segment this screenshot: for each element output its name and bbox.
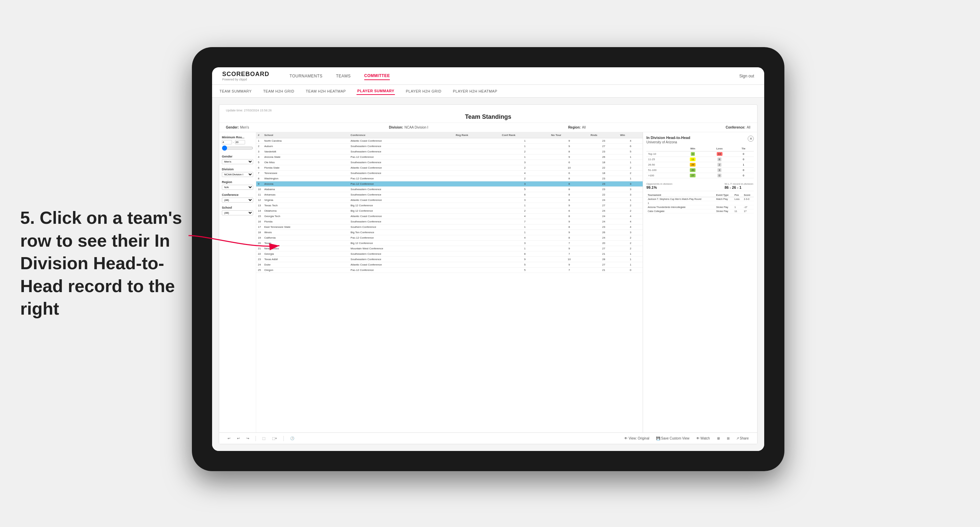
- table-row[interactable]: 14 Oklahoma Big 12 Conference 2 6 24 2: [256, 208, 643, 214]
- cell-no-tour: 8: [549, 149, 589, 154]
- cell-no-tour: 8: [549, 198, 589, 203]
- sidebar-gender-select[interactable]: Men's: [222, 159, 253, 164]
- min-rounds-section: Minimum Rou... -: [222, 136, 253, 151]
- table-row[interactable]: 6 Florida State Atlantic Coast Conferenc…: [256, 165, 643, 171]
- table-row[interactable]: 10 Alabama Southeastern Conference 5 8 2…: [256, 187, 643, 192]
- cell-win: 2: [619, 208, 643, 214]
- save-custom-button[interactable]: 💾 Save Custom View: [654, 436, 691, 441]
- table-row[interactable]: 12 Virginia Atlantic Coast Conference 3 …: [256, 198, 643, 203]
- cell-no-tour: 7: [549, 241, 589, 246]
- sub-nav-player-h2h-heatmap[interactable]: PLAYER H2H HEATMAP: [452, 88, 498, 95]
- clock-button[interactable]: 🕐: [288, 436, 296, 441]
- table-row[interactable]: 16 Florida Southeastern Conference 7 9 2…: [256, 219, 643, 224]
- sub-nav-team-h2h-heatmap[interactable]: TEAM H2H HEATMAP: [305, 88, 347, 95]
- paste-button[interactable]: ⬚+: [270, 436, 279, 441]
- share-button[interactable]: ↗ Share: [735, 436, 750, 441]
- min-rounds-min-input[interactable]: [222, 140, 232, 144]
- cell-no-tour: 8: [549, 235, 589, 241]
- nav-committee[interactable]: COMMITTEE: [364, 72, 390, 80]
- cell-school: Duke: [262, 262, 349, 268]
- sidebar-division-select[interactable]: NCAA Division I: [222, 172, 253, 177]
- cell-school: Arizona State: [262, 154, 349, 160]
- table-row[interactable]: 4 Arizona State Pac-12 Conference 1 9 26…: [256, 154, 643, 160]
- cell-school: North Carolina: [262, 138, 349, 144]
- cell-conference: Pac-12 Conference: [349, 268, 454, 273]
- table-row[interactable]: 2 Auburn Southeastern Conference 1 9 27 …: [256, 144, 643, 149]
- grid-button[interactable]: ⊞: [725, 436, 731, 441]
- cell-conf-rank: 9: [500, 257, 549, 262]
- nav-tournaments[interactable]: TOURNAMENTS: [290, 72, 323, 80]
- cell-rnds: 28: [589, 257, 619, 262]
- table-row[interactable]: 18 Illinois Big Ten Conference 1 9 26 3: [256, 230, 643, 235]
- cell-num: 5: [256, 160, 262, 165]
- table-row[interactable]: 5 Ole Miss Southeastern Conference 3 6 1…: [256, 160, 643, 165]
- cell-school: Georgia: [262, 251, 349, 257]
- min-rounds-slider[interactable]: [222, 145, 253, 151]
- tournament-row: Arizona Thunderbirds Intercollegiate Str…: [646, 205, 754, 210]
- cell-win: 4: [619, 138, 643, 144]
- table-row[interactable]: 24 Duke Atlantic Coast Conference 5 9 27…: [256, 262, 643, 268]
- h2h-loss: 13: [706, 151, 733, 157]
- table-row[interactable]: 22 Georgia Southeastern Conference 8 7 2…: [256, 251, 643, 257]
- table-row[interactable]: 13 Texas Tech Big 12 Conference 1 9 27 2: [256, 203, 643, 208]
- table-row[interactable]: 15 Georgia Tech Atlantic Coast Conferenc…: [256, 214, 643, 219]
- undo-button[interactable]: ↩: [226, 436, 232, 441]
- copy-button[interactable]: ⬚: [261, 436, 267, 441]
- sidebar-conference-select[interactable]: (All): [222, 198, 253, 203]
- cell-no-tour: 7: [549, 251, 589, 257]
- cell-rnds: 24: [589, 219, 619, 224]
- table-row[interactable]: 19 California Pac-12 Conference 4 8 24 2: [256, 235, 643, 241]
- min-rounds-range: -: [222, 140, 253, 144]
- cell-reg-rank: [454, 262, 500, 268]
- undo2-button[interactable]: ↩: [235, 436, 241, 441]
- cell-rnds: 21: [589, 251, 619, 257]
- tablet-screen: SCOREBOARD Powered by clippd TOURNAMENTS…: [212, 67, 764, 451]
- table-row[interactable]: 7 Tennessee Southeastern Conference 4 6 …: [256, 171, 643, 176]
- cell-num: 7: [256, 171, 262, 176]
- table-row[interactable]: 11 Arkansas Southeastern Conference 6 8 …: [256, 192, 643, 198]
- cell-num: 9: [256, 181, 262, 187]
- table-row[interactable]: 8 Washington Pac-12 Conference 2 8 23 1: [256, 176, 643, 181]
- opponents-label: Opponents in division:: [646, 183, 673, 186]
- min-rounds-max-input[interactable]: [235, 140, 245, 144]
- sub-nav-player-h2h-grid[interactable]: PLAYER H2H GRID: [405, 88, 442, 95]
- watch-button[interactable]: 👁 Watch: [695, 436, 712, 441]
- screen-button[interactable]: 🖥: [715, 436, 722, 441]
- sidebar-school-select[interactable]: (All): [222, 210, 253, 215]
- sub-nav-team-h2h-grid[interactable]: TEAM H2H GRID: [262, 88, 295, 95]
- cell-reg-rank: [454, 203, 500, 208]
- table-row[interactable]: 1 North Carolina Atlantic Coast Conferen…: [256, 138, 643, 144]
- sub-nav-player-summary[interactable]: PLAYER SUMMARY: [356, 87, 395, 95]
- cell-school: Virginia: [262, 198, 349, 203]
- cell-no-tour: 10: [549, 257, 589, 262]
- view-original-button[interactable]: 👁 View: Original: [622, 436, 651, 441]
- cell-rnds: 24: [589, 198, 619, 203]
- sign-out-button[interactable]: Sign out: [739, 74, 754, 78]
- table-row[interactable]: 25 Oregon Pac-12 Conference 5 7 21 0: [256, 268, 643, 273]
- table-row[interactable]: 9 Arizona Pac-12 Conference 3 8 23 3: [256, 181, 643, 187]
- cell-no-tour: 6: [549, 208, 589, 214]
- h2h-loss: 0: [706, 173, 733, 178]
- h2h-table: Win Loss Tie Top 10 3 13 0 11-25 11 8 0 …: [646, 146, 754, 178]
- cell-school: Oregon: [262, 268, 349, 273]
- table-row[interactable]: 21 New Mexico Mountain West Conference 1…: [256, 246, 643, 251]
- nav-teams[interactable]: TEAMS: [336, 72, 351, 80]
- close-h2h-button[interactable]: ✕: [748, 136, 754, 142]
- gender-section: Gender Men's: [222, 155, 253, 164]
- h2h-row: 26-50 25 2 1: [646, 162, 754, 168]
- cell-rnds: 24: [589, 235, 619, 241]
- cell-num: 3: [256, 149, 262, 154]
- sub-nav-team-summary[interactable]: TEAM SUMMARY: [219, 88, 253, 95]
- table-row[interactable]: 17 East Tennessee State Southern Confere…: [256, 224, 643, 230]
- update-time: Update time: 27/03/2024 15:56:26: [226, 109, 750, 112]
- cell-no-tour: 9: [549, 262, 589, 268]
- redo-button[interactable]: ↪: [245, 436, 251, 441]
- table-row[interactable]: 20 Texas Big 12 Conference 3 7 20 2: [256, 241, 643, 246]
- cell-conference: Southeastern Conference: [349, 144, 454, 149]
- table-row[interactable]: 23 Texas A&M Southeastern Conference 9 1…: [256, 257, 643, 262]
- sidebar-region-select[interactable]: N/A: [222, 185, 253, 190]
- cell-reg-rank: [454, 257, 500, 262]
- table-row[interactable]: 3 Vanderbilt Southeastern Conference 2 8…: [256, 149, 643, 154]
- sub-nav: TEAM SUMMARY TEAM H2H GRID TEAM H2H HEAT…: [212, 85, 764, 98]
- h2h-range: >100: [646, 173, 680, 178]
